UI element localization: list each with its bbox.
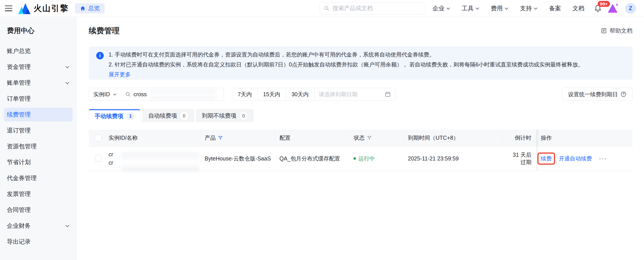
chevron-down-icon — [476, 7, 479, 10]
tab-count-badge: 0 — [180, 112, 188, 120]
nav-tools[interactable]: 工具 — [462, 4, 479, 12]
column-action: 操作 — [536, 130, 632, 146]
renew-link[interactable]: 续费 — [541, 156, 552, 162]
filter-toolbar: 实例ID cross 7天内 15天内 30天内 请选择到期日期 — [89, 88, 632, 101]
column-status: 状态 — [349, 130, 404, 146]
instance-id-name-cell: cr cr — [108, 150, 200, 167]
product-cell: ByteHouse-云数仓版-SaaS — [200, 146, 275, 170]
expiry-date-picker[interactable]: 请选择到期日期 — [314, 88, 396, 101]
range-15-days-button[interactable]: 15天内 — [257, 88, 286, 101]
document-icon — [601, 28, 607, 34]
logo-text: 火山引擎 — [34, 3, 69, 14]
nav-support[interactable]: 支持 — [520, 4, 538, 12]
sidebar: 费用中心 账户总览 资金管理 账单管理 订单管理 续费管理 退订管理 资源包管理… — [0, 17, 76, 260]
menu-icon[interactable] — [5, 6, 12, 11]
tab-count-badge: 0 — [240, 112, 248, 120]
main-content: 续费管理 帮助文档 i 1. 手动续费时可在支付页面选择可用的代金券，资源设置为… — [76, 17, 644, 260]
config-cell: QA_包月分布式缓存配置 — [275, 146, 349, 170]
table-header-row: 实例ID/名称 产品 配置 状态 到期时间（UTC+8） 倒计时 操作 — [89, 130, 632, 146]
sidebar-item-funds-management[interactable]: 资金管理 — [4, 59, 72, 75]
sidebar-item-bill-management[interactable]: 账单管理 — [4, 75, 72, 91]
countdown-cell: 31 天后过期 — [503, 146, 536, 170]
set-unified-renewal-date-button[interactable]: 设置统一续费到期日 — [562, 88, 632, 101]
volcengine-logo-icon — [18, 3, 31, 14]
sidebar-item-unsubscribe-management[interactable]: 退订管理 — [4, 122, 72, 138]
redacted-search-text — [150, 90, 216, 99]
ai-assistant-icon[interactable]: ✦ — [608, 4, 618, 13]
nav-billing[interactable]: 费用 — [491, 4, 508, 12]
status-dot-icon — [354, 157, 356, 160]
chevron-down-icon — [65, 224, 70, 227]
tab-auto-renewal[interactable]: 自动续费项 0 — [142, 109, 194, 122]
select-all-checkbox[interactable] — [95, 135, 102, 141]
range-30-days-button[interactable]: 30天内 — [286, 88, 314, 101]
search-icon — [324, 6, 330, 11]
renewal-table: 实例ID/名称 产品 配置 状态 到期时间（UTC+8） 倒计时 操作 — [89, 130, 632, 171]
user-avatar[interactable]: Z — [625, 3, 636, 14]
chevron-down-icon — [65, 66, 70, 68]
range-7-days-button[interactable]: 7天内 — [232, 88, 258, 101]
nav-enterprise[interactable]: 企业 — [432, 4, 450, 12]
sidebar-item-resource-pack-management[interactable]: 资源包管理 — [4, 138, 72, 154]
column-config: 配置 — [275, 130, 349, 146]
sidebar-menu: 账户总览 资金管理 账单管理 订单管理 续费管理 退订管理 资源包管理 节省计划… — [0, 43, 76, 250]
column-instance: 实例ID/名称 — [104, 130, 200, 146]
renewal-tabs: 手动续费项 1 自动续费项 0 到期不续费项 0 — [89, 109, 632, 122]
expand-more-link[interactable]: 展开更多 — [108, 70, 131, 79]
global-search[interactable] — [319, 2, 426, 14]
info-banner: i 1. 手动续费时可在支付页面选择可用的代金券，资源设置为自动续费后，若您的账… — [89, 46, 632, 80]
row-actions: 续费 开通自动续费 ··· — [541, 155, 632, 162]
sidebar-item-account-overview[interactable]: 账户总览 — [4, 43, 72, 59]
expire-time-cell: 2025-11-21 23:59:59 — [404, 146, 503, 170]
search-field-selector[interactable]: 实例ID — [89, 90, 121, 98]
info-icon: i — [96, 52, 104, 59]
banner-line-1: 1. 手动续费时可在支付页面选择可用的代金券，资源设置为自动续费后，若您的账户中… — [108, 50, 583, 60]
filter-icon-active[interactable] — [218, 136, 223, 140]
sidebar-title: 费用中心 — [0, 24, 76, 37]
filter-icon[interactable] — [367, 136, 372, 140]
column-product: 产品 — [200, 130, 275, 146]
more-actions-icon[interactable]: ··· — [599, 156, 607, 162]
sidebar-item-contract-management[interactable]: 合同管理 — [4, 202, 72, 218]
expiry-range-group: 7天内 15天内 30天内 请选择到期日期 — [232, 88, 396, 101]
notification-bell[interactable]: 99+ — [594, 4, 602, 12]
sidebar-item-invoice-management[interactable]: 发票管理 — [4, 186, 72, 202]
enable-auto-renew-link[interactable]: 开通自动续费 — [559, 155, 592, 162]
row-checkbox[interactable] — [95, 155, 102, 162]
tab-manual-renewal[interactable]: 手动续费项 1 — [89, 109, 140, 122]
home-icon — [80, 6, 86, 11]
question-circle-icon — [620, 91, 626, 97]
sparkle-icon: ✦ — [615, 2, 619, 8]
search-icon — [125, 92, 131, 97]
table-row: cr cr ByteHouse-云数仓版-SaaS QA_包月分布式缓存配置 运… — [89, 146, 632, 170]
chevron-down-icon — [446, 7, 450, 10]
nav-icp-filing[interactable]: 备案 — [549, 4, 561, 12]
chevron-down-icon — [534, 7, 538, 10]
sidebar-item-renewal-management[interactable]: 续费管理 — [4, 108, 72, 122]
date-placeholder: 请选择到期日期 — [319, 91, 385, 98]
help-doc-link[interactable]: 帮助文档 — [601, 27, 632, 35]
sidebar-item-order-management[interactable]: 订单管理 — [4, 91, 72, 106]
sidebar-item-enterprise-finance[interactable]: 企业财务 — [4, 218, 72, 234]
overview-button[interactable]: 总览 — [75, 3, 104, 14]
global-search-input[interactable] — [332, 5, 421, 12]
sidebar-item-export-records[interactable]: 导出记录 — [4, 234, 72, 250]
overview-label: 总览 — [88, 4, 100, 12]
instance-search-combo: 实例ID cross — [89, 88, 224, 101]
page-title: 续费管理 — [89, 26, 120, 36]
volcengine-logo[interactable]: 火山引擎 — [18, 3, 69, 14]
top-nav-links: 企业 工具 费用 支持 备案 文档 — [432, 4, 584, 12]
sidebar-item-savings-plan[interactable]: 节省计划 — [4, 154, 72, 170]
search-value: cross — [134, 91, 147, 98]
chevron-down-icon — [504, 7, 508, 10]
tab-no-renewal[interactable]: 到期不续费项 0 — [196, 109, 253, 122]
sidebar-item-voucher-management[interactable]: 代金券管理 — [4, 170, 72, 186]
calendar-icon — [385, 91, 391, 97]
instance-search-input[interactable]: cross — [121, 90, 224, 99]
redacted-instance-id — [122, 152, 199, 171]
column-expire-time: 到期时间（UTC+8） — [404, 130, 503, 146]
status-badge: 运行中 — [354, 155, 404, 162]
chevron-down-icon — [113, 93, 116, 96]
tab-count-badge: 1 — [126, 112, 134, 120]
nav-docs[interactable]: 文档 — [572, 4, 584, 12]
